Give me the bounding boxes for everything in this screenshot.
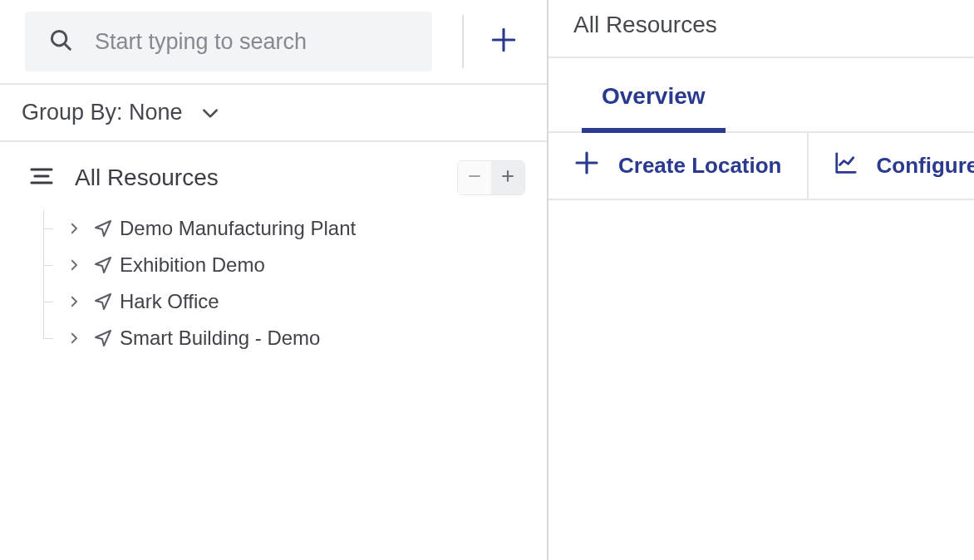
tree-node[interactable]: Exhibition Demo [40, 247, 547, 283]
chevron-right-icon[interactable] [61, 331, 86, 346]
location-icon [86, 219, 120, 238]
plus-icon [499, 168, 516, 188]
group-by-selector[interactable]: Group By: None [0, 85, 547, 142]
location-icon [86, 292, 120, 312]
tree-node[interactable]: Hark Office [40, 283, 547, 320]
search-row [0, 0, 547, 85]
search-icon [48, 27, 73, 56]
chevron-right-icon[interactable] [61, 221, 86, 236]
right-panel: All Resources Overview Create Location C… [548, 0, 974, 560]
chevron-right-icon[interactable] [61, 294, 86, 309]
chevron-down-icon [199, 102, 221, 124]
expand-collapse-group [457, 160, 525, 195]
plus-icon [489, 26, 518, 57]
tab-label: Overview [602, 83, 706, 109]
action-bar: Create Location Configure [548, 133, 974, 200]
page-title: All Resources [548, 0, 974, 58]
create-location-button[interactable]: Create Location [548, 133, 809, 199]
add-button[interactable] [484, 22, 524, 61]
search-input[interactable] [95, 29, 409, 55]
divider [462, 15, 464, 68]
tree-title: All Resources [75, 165, 457, 191]
chart-icon [834, 150, 877, 181]
minus-icon [466, 168, 483, 188]
tab-bar: Overview [548, 58, 974, 133]
tab-overview[interactable]: Overview [573, 58, 734, 131]
resource-tree: Demo Manufacturing Plant Exhibition Demo [0, 204, 547, 356]
group-by-label: Group By: None [22, 100, 183, 125]
location-icon [86, 328, 120, 348]
tree-node-label: Exhibition Demo [120, 253, 265, 277]
tree-node-label: Hark Office [120, 290, 219, 313]
tree-header: All Resources [0, 142, 547, 204]
tree-node[interactable]: Smart Building - Demo [40, 320, 547, 356]
action-label: Configure [877, 153, 975, 179]
configure-button[interactable]: Configure [809, 133, 975, 199]
collapse-all-button[interactable] [458, 161, 491, 194]
tree-node[interactable]: Demo Manufacturing Plant [40, 210, 547, 247]
expand-all-button[interactable] [491, 161, 524, 194]
left-panel: Group By: None All Resources [0, 0, 548, 560]
location-icon [86, 255, 120, 275]
plus-icon [573, 150, 618, 182]
list-icon [28, 163, 55, 193]
chevron-right-icon[interactable] [61, 258, 86, 273]
action-label: Create Location [618, 153, 782, 179]
search-box[interactable] [25, 12, 432, 71]
svg-line-1 [65, 44, 70, 49]
tree-node-label: Demo Manufacturing Plant [120, 217, 356, 240]
tree-node-label: Smart Building - Demo [120, 327, 320, 350]
